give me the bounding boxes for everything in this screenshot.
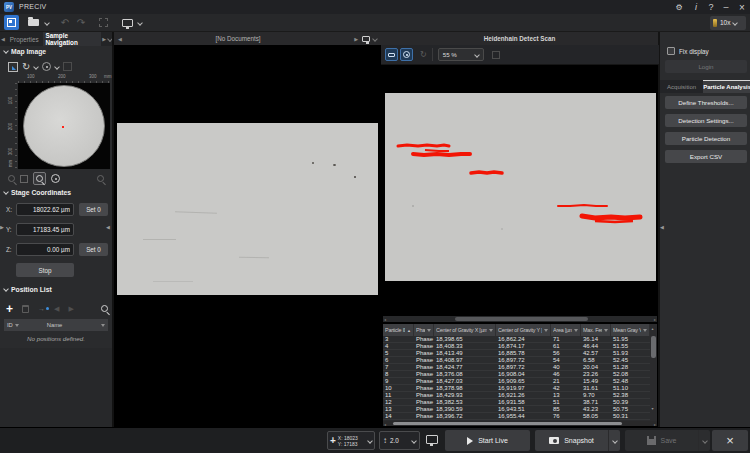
minimize-icon[interactable]: – — [719, 1, 733, 13]
collapse-panel-handle[interactable]: ◀ — [106, 224, 110, 230]
tab-particle-analysis[interactable]: Particle Analysis — [703, 80, 750, 93]
help-icon[interactable]: ? — [704, 1, 718, 13]
image-horizontal-scrollbar[interactable]: ◂ ▸ — [383, 316, 657, 322]
start-page-button[interactable] — [4, 15, 19, 30]
previous-position-icon[interactable]: ◀ — [54, 305, 59, 313]
table-row[interactable]: 11Phase18,429.9316,921.26139.7052.38 — [383, 392, 650, 399]
filter-icon[interactable] — [489, 329, 493, 332]
scrollbar-thumb[interactable] — [651, 336, 656, 358]
snapshot-button[interactable]: Snapshot — [535, 430, 608, 451]
collapse-side-panel-handle[interactable]: ◀ — [660, 224, 664, 230]
expand-panel-handle[interactable]: ▶ — [0, 224, 4, 230]
position-list-section-header[interactable]: Position List — [4, 286, 52, 293]
stage-y-input[interactable] — [16, 223, 74, 236]
table-row[interactable]: 5Phase18,413.4916,885.785642.5751.93 — [383, 350, 650, 357]
doc-display-icon[interactable] — [362, 36, 370, 42]
column-header[interactable]: Max. Feret [µm] — [581, 324, 611, 336]
stage-position-widget[interactable]: + X: 18023 Y: 17183 — [327, 431, 375, 450]
zoom-level-dropdown[interactable]: 55 % — [438, 48, 484, 61]
scroll-left-icon[interactable]: ◂ — [384, 422, 386, 427]
table-row[interactable]: 6Phase18,408.9716,897.72546.5852.45 — [383, 357, 650, 364]
goto-position-icon[interactable]: → — [38, 305, 45, 312]
table-row[interactable]: 9Phase18,427.0316,909.652115.4952.48 — [383, 378, 650, 385]
display-button[interactable] — [119, 15, 135, 30]
export-csv-button[interactable]: Export CSV — [665, 150, 747, 163]
stop-button[interactable]: Stop — [16, 263, 74, 277]
open-button[interactable] — [26, 15, 41, 30]
position-col-name[interactable]: Name — [47, 322, 62, 328]
filter-icon[interactable] — [544, 329, 548, 332]
define-thresholds-button[interactable]: Define Thresholds... — [665, 96, 747, 109]
snap-to-target-button[interactable] — [400, 48, 413, 61]
scrollbar-thumb[interactable] — [455, 317, 588, 321]
fit-view-icon[interactable] — [20, 175, 28, 183]
save-button[interactable]: Save — [625, 430, 698, 451]
refresh-icon[interactable]: ↻ — [420, 50, 427, 60]
position-settings-icon[interactable] — [101, 305, 108, 312]
scrollbar-thumb[interactable] — [393, 422, 622, 425]
table-row[interactable]: 13Phase18,390.5916,943.518543.2350.75 — [383, 406, 650, 413]
map-image-section-header[interactable]: Map Image — [4, 48, 46, 55]
tab-acquisition[interactable]: Acquisition — [660, 80, 703, 93]
wafer-map-canvas[interactable] — [18, 83, 110, 169]
save-dropdown[interactable] — [698, 430, 710, 451]
column-header[interactable]: Center of Gravity X [µm] — [434, 324, 496, 336]
filter-icon[interactable] — [643, 329, 647, 332]
column-header[interactable]: Particle ID▲ — [383, 324, 414, 336]
scroll-down-icon[interactable]: ▾ — [652, 406, 654, 411]
column-header[interactable]: Phase — [414, 324, 434, 336]
chevron-down-icon[interactable] — [34, 64, 40, 70]
table-row[interactable]: 14Phase18,396.7216,955.447658.0550.31 — [383, 413, 650, 420]
map-refresh-icon[interactable]: ↻ — [22, 62, 30, 72]
column-header[interactable]: Mean Gray Va — [611, 324, 650, 336]
table-row[interactable]: 7Phase18,424.7716,897.724020.0451.28 — [383, 364, 650, 371]
set-zero-x-button[interactable]: Set 0 — [79, 203, 108, 216]
objective-selector[interactable]: 10x — [710, 16, 746, 30]
scroll-left-icon[interactable]: ◂ — [384, 317, 386, 322]
stage-z-input[interactable] — [16, 243, 74, 256]
stage-coordinates-section-header[interactable]: Stage Coordinates — [4, 189, 71, 196]
z-step-widget[interactable]: ↕ 2.0 — [379, 431, 420, 450]
close-window-icon[interactable]: × — [735, 1, 749, 13]
detection-settings-button[interactable]: Detection Settings... — [665, 114, 747, 127]
stage-x-input[interactable] — [16, 203, 74, 216]
scroll-right-icon[interactable]: ▸ — [654, 422, 656, 427]
scroll-up-icon[interactable]: ▴ — [652, 326, 654, 331]
live-image[interactable] — [117, 123, 378, 295]
map-export-icon[interactable] — [8, 62, 18, 72]
doc-menu-icon[interactable] — [372, 36, 378, 42]
chevron-down-icon[interactable] — [55, 64, 61, 70]
table-row[interactable]: 10Phase18,378.9816,919.974231.6151.10 — [383, 385, 650, 392]
filter-icon[interactable] — [574, 329, 578, 332]
open-dropdown[interactable] — [43, 15, 51, 30]
fit-image-icon[interactable] — [492, 51, 500, 59]
zoom-out-icon[interactable] — [8, 175, 15, 182]
next-position-icon[interactable]: ▶ — [68, 305, 73, 313]
filter-icon[interactable] — [604, 329, 608, 332]
stage-overview-button[interactable] — [385, 48, 398, 61]
table-row[interactable]: 3Phase18,398.6516,862.247136.1451.95 — [383, 336, 650, 343]
center-stage-icon[interactable] — [51, 174, 60, 183]
table-row[interactable]: 12Phase18,382.5316,931.585138.7150.39 — [383, 399, 650, 406]
display-dropdown[interactable] — [136, 15, 144, 30]
selection-tool-button[interactable] — [96, 15, 110, 30]
position-col-id[interactable]: ID — [7, 322, 13, 328]
scroll-right-icon[interactable]: ▸ — [654, 317, 656, 322]
table-horizontal-scrollbar[interactable]: ◂ ▸ — [383, 421, 657, 426]
delete-position-icon[interactable] — [22, 305, 29, 313]
table-row[interactable]: 4Phase18,408.3316,874.176146.4451.55 — [383, 343, 650, 350]
detect-scan-image[interactable] — [385, 93, 656, 281]
particle-detection-button[interactable]: Particle Detection — [665, 132, 747, 145]
column-header[interactable]: Center of Gravity Y [µm] — [496, 324, 551, 336]
settings-icon[interactable]: ⚙ — [672, 1, 686, 13]
tab-sample-navigation[interactable]: Sample Navigation — [43, 32, 102, 46]
map-search-icon[interactable] — [97, 175, 104, 182]
login-button[interactable]: Login — [665, 60, 747, 73]
column-header[interactable]: Area [µm²] — [551, 324, 581, 336]
start-live-button[interactable]: Start Live — [445, 430, 530, 451]
filter-icon[interactable] — [427, 329, 431, 332]
zoom-in-button[interactable] — [33, 172, 46, 185]
info-icon[interactable]: i — [689, 1, 703, 13]
close-live-button[interactable]: × — [712, 430, 748, 451]
map-mode-icon[interactable] — [42, 62, 51, 71]
